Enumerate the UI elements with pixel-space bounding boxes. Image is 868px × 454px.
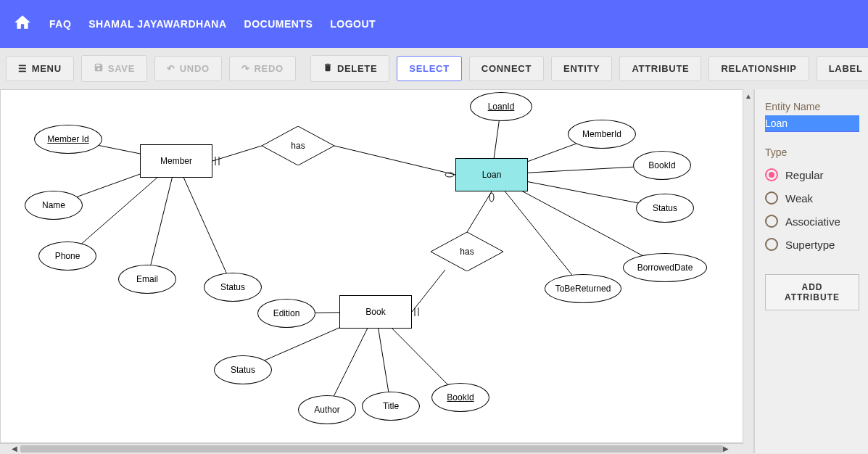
entity-loan[interactable]: Loan (455, 158, 528, 191)
svg-point-6 (489, 193, 494, 202)
attribute-status[interactable]: Status (204, 273, 262, 302)
radio-label: Associative (785, 215, 840, 228)
delete-label: DELETE (337, 63, 377, 74)
relationship-has1[interactable]: has (262, 126, 334, 165)
scroll-left-arrow-icon[interactable]: ◀ (12, 445, 20, 453)
relationship-button[interactable]: RELATIONSHIP (708, 56, 809, 81)
add-attribute-button[interactable]: ADD ATTRIBUTE (765, 274, 859, 310)
save-label: SAVE (108, 63, 135, 74)
svg-line-13 (147, 161, 176, 279)
svg-line-14 (176, 161, 233, 287)
attribute-name[interactable]: Name (25, 191, 83, 220)
save-icon (94, 62, 104, 75)
type-radio-regular[interactable]: Regular (765, 168, 859, 181)
svg-line-3 (334, 146, 455, 175)
nav-logout[interactable]: LOGOUT (330, 18, 376, 30)
attribute-memberid[interactable]: Member Id (34, 125, 102, 154)
attribute-bookid[interactable]: BookId (431, 383, 489, 412)
nav-user[interactable]: SHAMAL JAYAWARDHANA (88, 18, 226, 30)
undo-icon: ↶ (167, 63, 175, 74)
scroll-track[interactable] (20, 445, 723, 453)
relationship-label: has (291, 141, 305, 151)
attribute-author[interactable]: Author (298, 395, 356, 424)
undo-button[interactable]: ↶ UNDO (154, 56, 222, 81)
undo-label: UNDO (180, 63, 210, 74)
redo-icon: ↷ (241, 63, 250, 74)
attribute-loanid[interactable]: LoanId (470, 92, 532, 121)
attribute-memberid[interactable]: MemberId (568, 120, 636, 149)
save-button[interactable]: SAVE (81, 55, 147, 82)
menu-label: MENU (32, 63, 62, 74)
entity-name-input[interactable] (765, 115, 859, 132)
home-icon[interactable] (13, 13, 32, 35)
type-radio-associative[interactable]: Associative (765, 215, 859, 228)
connect-button[interactable]: CONNECT (469, 56, 544, 81)
svg-line-20 (492, 175, 583, 289)
delete-button[interactable]: DELETE (310, 55, 389, 82)
vertical-scrollbar[interactable]: ▲ (743, 89, 753, 453)
entity-member[interactable]: Member (140, 144, 212, 178)
attribute-status[interactable]: Status (214, 355, 272, 384)
properties-panel: Entity Name Type RegularWeakAssociativeS… (753, 89, 868, 453)
attribute-phone[interactable]: Phone (38, 242, 96, 271)
top-nav: FAQ SHAMAL JAYAWARDHANA DOCUMENTS LOGOUT (0, 0, 868, 48)
label-button[interactable]: LABEL (817, 56, 868, 81)
redo-label: REDO (255, 63, 284, 74)
select-button[interactable]: SELECT (397, 56, 461, 81)
attribute-email[interactable]: Email (118, 265, 176, 294)
radio-icon (765, 168, 778, 181)
toolbar: ☰ MENU SAVE ↶ UNDO ↷ REDO DELETE SELECT … (0, 48, 868, 89)
entity-book[interactable]: Book (339, 295, 412, 329)
radio-icon (765, 215, 778, 228)
attribute-title[interactable]: Title (362, 392, 420, 421)
attribute-button[interactable]: ATTRIBUTE (619, 56, 701, 81)
canvas[interactable]: MemberLoanBookhashasMember IdNamePhoneEm… (0, 89, 743, 443)
scroll-up-arrow-icon[interactable]: ▲ (745, 92, 752, 100)
type-radio-weak[interactable]: Weak (765, 191, 859, 205)
radio-icon (765, 238, 778, 251)
radio-icon (765, 191, 778, 205)
type-label: Type (765, 146, 859, 158)
attribute-tobereturned[interactable]: ToBeReturned (545, 274, 621, 303)
radio-label: Regular (785, 169, 824, 181)
nav-faq[interactable]: FAQ (49, 18, 71, 30)
horizontal-scrollbar[interactable]: ◀ ▶ (0, 443, 743, 453)
relationship-has2[interactable]: has (431, 232, 503, 271)
entity-button[interactable]: ENTITY (551, 56, 612, 81)
scroll-right-arrow-icon[interactable]: ▶ (723, 445, 732, 453)
svg-line-7 (412, 270, 445, 312)
radio-label: Weak (785, 192, 813, 205)
menu-button[interactable]: ☰ MENU (6, 56, 74, 81)
nav-documents[interactable]: DOCUMENTS (244, 18, 313, 30)
main: MemberLoanBookhashasMember IdNamePhoneEm… (0, 89, 868, 453)
hamburger-icon: ☰ (18, 63, 28, 74)
svg-point-4 (445, 173, 454, 177)
attribute-bookid[interactable]: BookId (633, 151, 691, 180)
entity-name-label: Entity Name (765, 101, 859, 112)
trash-icon (323, 62, 333, 75)
svg-line-5 (467, 191, 492, 232)
attribute-edition[interactable]: Edition (257, 299, 315, 328)
relationship-label: has (460, 247, 474, 257)
redo-button[interactable]: ↷ REDO (229, 56, 296, 81)
attribute-status[interactable]: Status (636, 194, 694, 223)
radio-label: Supertype (785, 239, 835, 251)
attribute-borroweddate[interactable]: BorrowedDate (623, 253, 707, 282)
type-radio-supertype[interactable]: Supertype (765, 238, 859, 251)
svg-line-0 (212, 146, 262, 161)
